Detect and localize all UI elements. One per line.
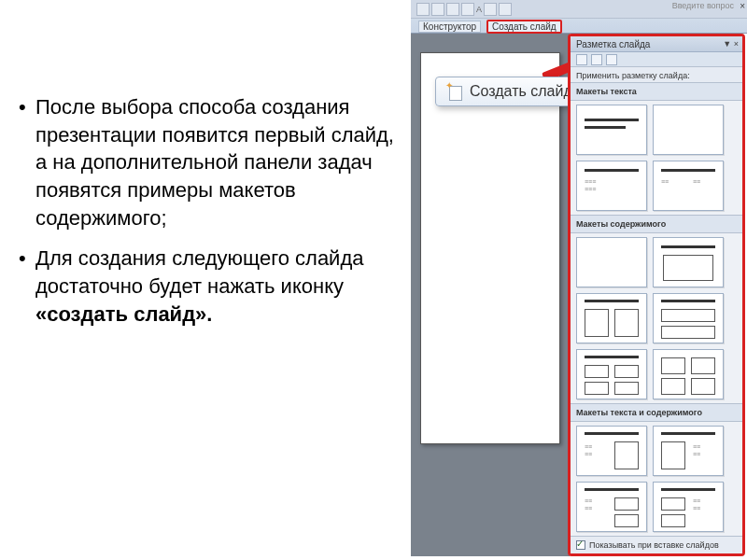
pane-dropdown-icon[interactable]: ▼ × [723, 39, 739, 49]
layout-thumb[interactable]: ≡≡ ≡≡ [653, 161, 724, 211]
layout-thumb[interactable] [576, 293, 647, 343]
slide-preview [420, 52, 560, 444]
pane-back-icon[interactable] [576, 54, 587, 65]
show-on-insert-checkbox[interactable] [576, 540, 585, 550]
callout-label: Создать слайд [470, 83, 572, 100]
layout-thumb[interactable]: ≡≡≡≡ [653, 426, 724, 476]
new-slide-icon [447, 83, 464, 100]
bullet-2: Для создания следующего слайда достаточн… [35, 245, 411, 328]
format-icon[interactable] [416, 3, 430, 16]
align-center-icon[interactable] [446, 3, 459, 16]
layout-task-pane: Разметка слайда ▼ × Применить разметку с… [568, 34, 745, 556]
close-icon[interactable]: × [740, 1, 745, 11]
footer-checkbox-label: Показывать при вставке слайдов [589, 540, 719, 550]
ask-question-box[interactable]: Введите вопрос [672, 1, 734, 10]
new-slide-callout[interactable]: Создать слайд [435, 77, 585, 106]
section-content-layouts: Макеты содержимого [571, 215, 742, 233]
pane-fwd-icon[interactable] [591, 54, 602, 65]
layout-thumb[interactable] [576, 349, 647, 399]
app-toolbar: Введите вопрос × A Конструктор Создать с… [411, 0, 747, 34]
pane-home-icon[interactable] [606, 54, 617, 65]
section-text-layouts: Макеты текста [571, 82, 742, 101]
layout-thumb[interactable] [576, 237, 647, 287]
layout-thumb[interactable] [653, 293, 724, 343]
constructor-button[interactable]: Конструктор [418, 21, 481, 33]
section-text-and-content: Макеты текста и содержимого [571, 403, 742, 422]
layout-thumb[interactable]: ≡≡≡≡ [653, 482, 724, 532]
layout-thumb[interactable]: ≡≡≡≡ [576, 482, 647, 532]
new-slide-toolbar-button[interactable]: Создать слайд [486, 20, 562, 34]
layout-thumb[interactable] [653, 237, 724, 287]
align-right-icon[interactable] [461, 3, 474, 16]
layout-thumb[interactable]: ≡≡≡≡ [576, 426, 647, 476]
layout-thumb[interactable]: ≡≡≡≡≡≡ [576, 161, 647, 211]
editor-canvas [411, 34, 570, 556]
pane-nav [571, 52, 742, 67]
pane-footer: Показывать при вставке слайдов [571, 536, 742, 553]
outdent-icon[interactable] [499, 3, 512, 16]
indent-icon[interactable] [484, 3, 497, 16]
apply-layout-label: Применить разметку слайда: [571, 67, 742, 82]
bullet-1: После выбора способа создания презентаци… [35, 93, 411, 231]
layout-thumb[interactable] [576, 105, 647, 155]
layout-thumb[interactable] [653, 105, 724, 155]
layout-thumb[interactable] [653, 349, 724, 399]
align-left-icon[interactable] [431, 3, 444, 16]
pane-title-bar[interactable]: Разметка слайда ▼ × [571, 36, 742, 52]
